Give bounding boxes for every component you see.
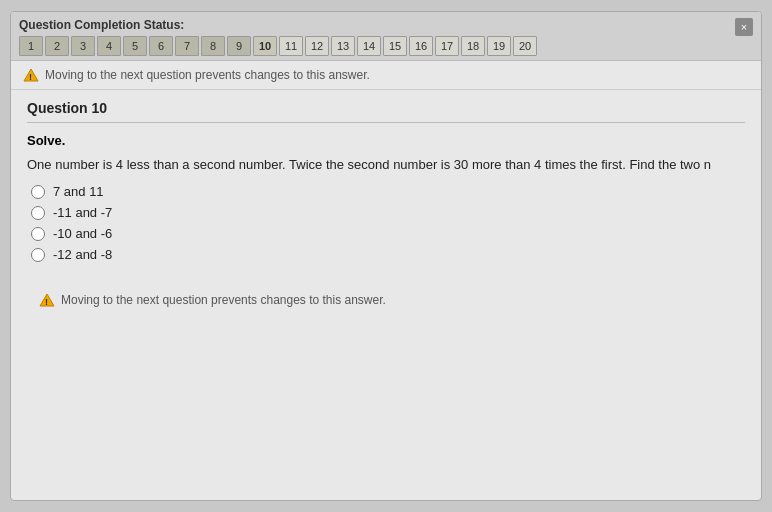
- divider: [27, 122, 745, 123]
- answer-option-c[interactable]: -10 and -6: [31, 226, 745, 241]
- svg-text:!: !: [29, 72, 32, 82]
- question-number-3[interactable]: 3: [71, 36, 95, 56]
- bottom-warning-bar: ! Moving to the next question prevents c…: [27, 282, 745, 318]
- radio-c[interactable]: [31, 227, 45, 241]
- bottom-warning-text: Moving to the next question prevents cha…: [61, 293, 386, 307]
- question-number-16[interactable]: 16: [409, 36, 433, 56]
- question-number-4[interactable]: 4: [97, 36, 121, 56]
- warning-icon-top: !: [23, 67, 39, 83]
- question-number-14[interactable]: 14: [357, 36, 381, 56]
- close-button[interactable]: ×: [735, 18, 753, 36]
- question-number-11[interactable]: 11: [279, 36, 303, 56]
- option-label-b: -11 and -7: [53, 205, 112, 220]
- answer-option-a[interactable]: 7 and 11: [31, 184, 745, 199]
- question-number-5[interactable]: 5: [123, 36, 147, 56]
- close-icon: ×: [741, 21, 747, 33]
- answer-option-b[interactable]: -11 and -7: [31, 205, 745, 220]
- question-number-6[interactable]: 6: [149, 36, 173, 56]
- question-text: One number is 4 less than a second numbe…: [27, 156, 745, 174]
- question-numbers-row: 1234567891011121314151617181920: [19, 36, 753, 56]
- solve-label: Solve.: [27, 133, 745, 148]
- svg-text:!: !: [45, 297, 48, 307]
- question-number-2[interactable]: 2: [45, 36, 69, 56]
- question-header: Question 10: [27, 100, 745, 116]
- modal-container: × Question Completion Status: 1234567891…: [10, 11, 762, 501]
- top-warning-bar: ! Moving to the next question prevents c…: [11, 61, 761, 90]
- question-number-10[interactable]: 10: [253, 36, 277, 56]
- completion-status-title: Question Completion Status:: [19, 18, 753, 32]
- radio-b[interactable]: [31, 206, 45, 220]
- question-number-7[interactable]: 7: [175, 36, 199, 56]
- question-number-18[interactable]: 18: [461, 36, 485, 56]
- option-label-a: 7 and 11: [53, 184, 104, 199]
- option-label-d: -12 and -8: [53, 247, 112, 262]
- top-warning-text: Moving to the next question prevents cha…: [45, 68, 370, 82]
- question-number-19[interactable]: 19: [487, 36, 511, 56]
- question-number-1[interactable]: 1: [19, 36, 43, 56]
- question-number-9[interactable]: 9: [227, 36, 251, 56]
- question-number-13[interactable]: 13: [331, 36, 355, 56]
- option-label-c: -10 and -6: [53, 226, 112, 241]
- warning-icon-bottom: !: [39, 292, 55, 308]
- question-number-20[interactable]: 20: [513, 36, 537, 56]
- question-number-15[interactable]: 15: [383, 36, 407, 56]
- answer-option-d[interactable]: -12 and -8: [31, 247, 745, 262]
- question-number-8[interactable]: 8: [201, 36, 225, 56]
- completion-status-bar: Question Completion Status: 123456789101…: [11, 12, 761, 61]
- question-number-17[interactable]: 17: [435, 36, 459, 56]
- radio-d[interactable]: [31, 248, 45, 262]
- radio-a[interactable]: [31, 185, 45, 199]
- answer-options: 7 and 11-11 and -7-10 and -6-12 and -8: [27, 184, 745, 262]
- content-area: Question 10 Solve. One number is 4 less …: [11, 90, 761, 328]
- question-number-12[interactable]: 12: [305, 36, 329, 56]
